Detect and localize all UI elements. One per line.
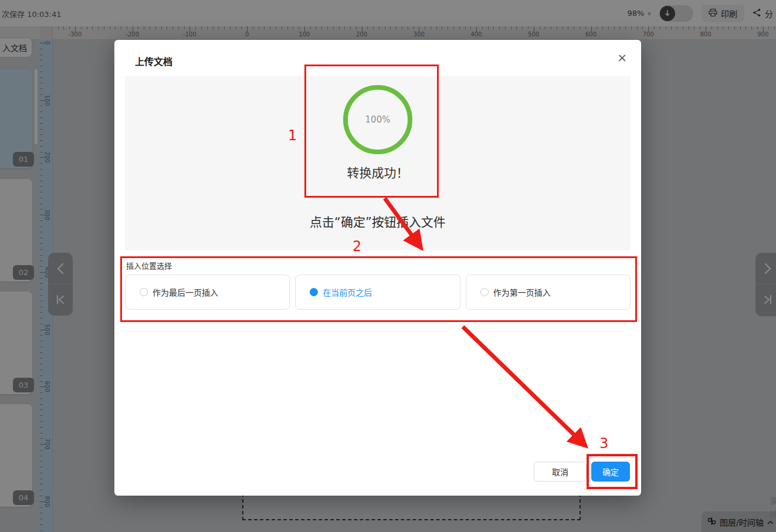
radio-icon[interactable] <box>140 288 148 296</box>
insert-position-options: 作为最后一页插入 在当前页之后 作为第一页插入 <box>125 275 631 310</box>
close-icon[interactable]: × <box>617 52 627 63</box>
option-insert-after-current-page[interactable]: 在当前页之后 <box>295 275 460 310</box>
option-insert-as-last-page[interactable]: 作为最后一页插入 <box>125 275 290 310</box>
radio-icon[interactable] <box>480 288 489 296</box>
insert-position-label: 插入位置选择 <box>126 260 172 271</box>
option-label: 在当前页之后 <box>323 286 372 298</box>
option-insert-as-first-page[interactable]: 作为第一页插入 <box>466 275 631 310</box>
conversion-success-message: 转换成功！ <box>125 163 631 181</box>
progress-ring: 100% <box>341 83 414 156</box>
modal-title: 上传文档 <box>135 54 172 68</box>
option-label: 作为第一页插入 <box>493 286 551 298</box>
upload-document-modal: 上传文档 × 100% 转换成功！ 点击“确定”按钮插入文件 插入位置选择 作为… <box>114 40 641 496</box>
radio-icon[interactable] <box>310 288 318 296</box>
option-label: 作为最后一页插入 <box>153 286 218 298</box>
cancel-button[interactable]: 取消 <box>534 462 587 482</box>
progress-percent: 100% <box>341 83 414 156</box>
conversion-status-panel: 100% 转换成功！ 点击“确定”按钮插入文件 <box>125 76 631 250</box>
confirm-instruction-text: 点击“确定”按钮插入文件 <box>125 212 631 230</box>
confirm-button[interactable]: 确定 <box>591 462 630 482</box>
